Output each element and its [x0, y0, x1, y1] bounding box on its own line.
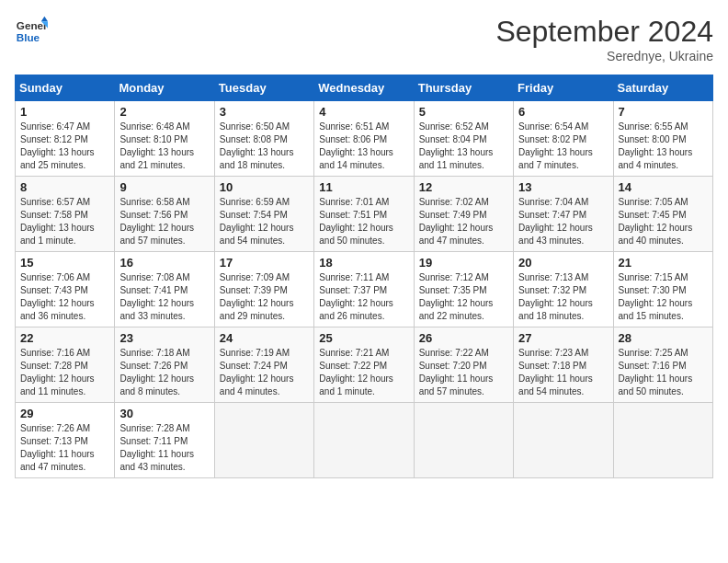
calendar-cell: 24Sunrise: 7:19 AM Sunset: 7:24 PM Dayli… — [214, 327, 313, 403]
day-number: 30 — [119, 407, 209, 420]
calendar-cell: 19Sunrise: 7:12 AM Sunset: 7:35 PM Dayli… — [414, 252, 513, 327]
calendar-cell: 23Sunrise: 7:18 AM Sunset: 7:26 PM Dayli… — [115, 327, 214, 403]
day-number: 21 — [619, 256, 708, 270]
day-info: Sunrise: 6:51 AM Sunset: 8:06 PM Dayligh… — [319, 121, 408, 172]
empty-cell — [613, 403, 712, 478]
empty-cell — [514, 403, 613, 478]
header-row: Sunday Monday Tuesday Wednesday Thursday… — [16, 75, 713, 101]
day-number: 22 — [20, 331, 109, 345]
day-number: 8 — [20, 180, 109, 194]
calendar-cell: 20Sunrise: 7:13 AM Sunset: 7:32 PM Dayli… — [514, 252, 613, 327]
col-friday: Friday — [514, 75, 613, 101]
col-monday: Monday — [115, 75, 214, 101]
location-subtitle: Serednye, Ukraine — [495, 49, 713, 63]
day-number: 6 — [518, 105, 608, 119]
calendar-cell: 8Sunrise: 6:57 AM Sunset: 7:58 PM Daylig… — [16, 177, 115, 252]
day-info: Sunrise: 6:52 AM Sunset: 8:04 PM Dayligh… — [419, 121, 508, 172]
day-number: 25 — [319, 331, 408, 345]
day-info: Sunrise: 7:01 AM Sunset: 7:51 PM Dayligh… — [319, 196, 408, 247]
page-header: General Blue September 2024 Serednye, Uk… — [15, 15, 713, 63]
day-number: 5 — [419, 105, 508, 119]
title-block: September 2024 Serednye, Ukraine — [495, 15, 713, 63]
day-info: Sunrise: 6:54 AM Sunset: 8:02 PM Dayligh… — [518, 121, 608, 172]
day-number: 18 — [319, 256, 408, 270]
day-number: 10 — [220, 180, 309, 194]
calendar-cell: 9Sunrise: 6:58 AM Sunset: 7:56 PM Daylig… — [115, 177, 214, 252]
day-info: Sunrise: 7:13 AM Sunset: 7:32 PM Dayligh… — [518, 271, 608, 323]
day-number: 2 — [119, 105, 209, 119]
calendar-cell: 16Sunrise: 7:08 AM Sunset: 7:41 PM Dayli… — [115, 252, 214, 327]
month-year-title: September 2024 — [495, 15, 713, 49]
calendar-week-row: 8Sunrise: 6:57 AM Sunset: 7:58 PM Daylig… — [16, 177, 713, 252]
calendar-cell: 11Sunrise: 7:01 AM Sunset: 7:51 PM Dayli… — [314, 177, 414, 252]
calendar-week-row: 22Sunrise: 7:16 AM Sunset: 7:28 PM Dayli… — [16, 327, 713, 403]
calendar-cell: 3Sunrise: 6:50 AM Sunset: 8:08 PM Daylig… — [214, 101, 313, 177]
day-info: Sunrise: 7:18 AM Sunset: 7:26 PM Dayligh… — [119, 347, 209, 398]
col-sunday: Sunday — [16, 75, 115, 101]
calendar-cell: 1Sunrise: 6:47 AM Sunset: 8:12 PM Daylig… — [16, 101, 115, 177]
day-number: 1 — [20, 105, 109, 119]
day-number: 17 — [220, 256, 309, 270]
calendar-cell: 22Sunrise: 7:16 AM Sunset: 7:28 PM Dayli… — [16, 327, 115, 403]
calendar-cell: 13Sunrise: 7:04 AM Sunset: 7:47 PM Dayli… — [514, 177, 613, 252]
day-number: 19 — [419, 256, 508, 270]
day-number: 14 — [619, 180, 708, 194]
calendar-cell: 6Sunrise: 6:54 AM Sunset: 8:02 PM Daylig… — [514, 101, 613, 177]
day-info: Sunrise: 6:58 AM Sunset: 7:56 PM Dayligh… — [119, 196, 209, 247]
calendar-table: Sunday Monday Tuesday Wednesday Thursday… — [15, 75, 713, 478]
calendar-cell: 17Sunrise: 7:09 AM Sunset: 7:39 PM Dayli… — [214, 252, 313, 327]
empty-cell — [214, 403, 313, 478]
empty-cell — [314, 403, 414, 478]
calendar-cell: 18Sunrise: 7:11 AM Sunset: 7:37 PM Dayli… — [314, 252, 414, 327]
day-number: 23 — [119, 331, 209, 345]
day-info: Sunrise: 7:05 AM Sunset: 7:45 PM Dayligh… — [619, 196, 708, 247]
day-info: Sunrise: 7:09 AM Sunset: 7:39 PM Dayligh… — [220, 271, 309, 323]
col-saturday: Saturday — [613, 75, 712, 101]
calendar-cell: 28Sunrise: 7:25 AM Sunset: 7:16 PM Dayli… — [613, 327, 712, 403]
day-number: 26 — [419, 331, 508, 345]
day-info: Sunrise: 7:12 AM Sunset: 7:35 PM Dayligh… — [419, 271, 508, 323]
day-info: Sunrise: 6:47 AM Sunset: 8:12 PM Dayligh… — [20, 121, 109, 172]
day-number: 13 — [518, 180, 608, 194]
calendar-cell: 12Sunrise: 7:02 AM Sunset: 7:49 PM Dayli… — [414, 177, 513, 252]
day-number: 20 — [518, 256, 608, 270]
logo: General Blue — [15, 15, 48, 48]
svg-text:Blue: Blue — [17, 31, 40, 43]
logo-icon: General Blue — [15, 15, 48, 48]
calendar-week-row: 29Sunrise: 7:26 AM Sunset: 7:13 PM Dayli… — [16, 403, 713, 478]
calendar-cell: 25Sunrise: 7:21 AM Sunset: 7:22 PM Dayli… — [314, 327, 414, 403]
calendar-cell: 26Sunrise: 7:22 AM Sunset: 7:20 PM Dayli… — [414, 327, 513, 403]
calendar-cell: 21Sunrise: 7:15 AM Sunset: 7:30 PM Dayli… — [613, 252, 712, 327]
calendar-cell: 10Sunrise: 6:59 AM Sunset: 7:54 PM Dayli… — [214, 177, 313, 252]
day-info: Sunrise: 6:55 AM Sunset: 8:00 PM Dayligh… — [619, 121, 708, 172]
calendar-cell: 30Sunrise: 7:28 AM Sunset: 7:11 PM Dayli… — [115, 403, 214, 478]
calendar-cell: 2Sunrise: 6:48 AM Sunset: 8:10 PM Daylig… — [115, 101, 214, 177]
day-number: 29 — [20, 407, 109, 420]
day-number: 28 — [619, 331, 708, 345]
calendar-cell: 27Sunrise: 7:23 AM Sunset: 7:18 PM Dayli… — [514, 327, 613, 403]
day-info: Sunrise: 6:50 AM Sunset: 8:08 PM Dayligh… — [220, 121, 309, 172]
day-info: Sunrise: 6:57 AM Sunset: 7:58 PM Dayligh… — [20, 196, 109, 247]
calendar-cell: 15Sunrise: 7:06 AM Sunset: 7:43 PM Dayli… — [16, 252, 115, 327]
col-thursday: Thursday — [414, 75, 513, 101]
calendar-cell: 5Sunrise: 6:52 AM Sunset: 8:04 PM Daylig… — [414, 101, 513, 177]
day-number: 11 — [319, 180, 408, 194]
day-info: Sunrise: 7:11 AM Sunset: 7:37 PM Dayligh… — [319, 271, 408, 323]
empty-cell — [414, 403, 513, 478]
day-number: 12 — [419, 180, 508, 194]
day-number: 7 — [619, 105, 708, 119]
day-info: Sunrise: 7:23 AM Sunset: 7:18 PM Dayligh… — [518, 347, 608, 398]
day-info: Sunrise: 7:19 AM Sunset: 7:24 PM Dayligh… — [220, 347, 309, 398]
calendar-cell: 4Sunrise: 6:51 AM Sunset: 8:06 PM Daylig… — [314, 101, 414, 177]
day-info: Sunrise: 6:59 AM Sunset: 7:54 PM Dayligh… — [220, 196, 309, 247]
day-info: Sunrise: 7:08 AM Sunset: 7:41 PM Dayligh… — [119, 271, 209, 323]
day-number: 24 — [220, 331, 309, 345]
day-info: Sunrise: 7:21 AM Sunset: 7:22 PM Dayligh… — [319, 347, 408, 398]
day-number: 3 — [220, 105, 309, 119]
calendar-week-row: 1Sunrise: 6:47 AM Sunset: 8:12 PM Daylig… — [16, 101, 713, 177]
day-number: 16 — [119, 256, 209, 270]
col-wednesday: Wednesday — [314, 75, 414, 101]
calendar-cell: 29Sunrise: 7:26 AM Sunset: 7:13 PM Dayli… — [16, 403, 115, 478]
day-info: Sunrise: 7:26 AM Sunset: 7:13 PM Dayligh… — [20, 422, 109, 474]
day-number: 27 — [518, 331, 608, 345]
